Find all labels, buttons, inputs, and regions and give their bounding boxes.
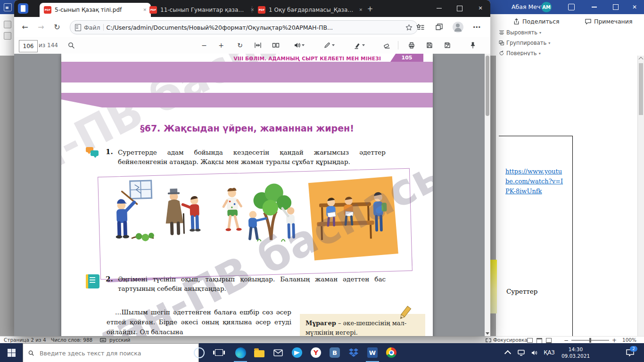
group-button[interactable]: Группировать▾: [499, 40, 550, 46]
rotate-page-button[interactable]: ↻: [233, 40, 247, 51]
taskbar-vk[interactable]: В: [325, 343, 344, 362]
favorites-bar-button[interactable]: [414, 21, 426, 33]
erase-button[interactable]: [380, 40, 394, 51]
scroll-down-button[interactable]: [486, 332, 489, 335]
forward-button[interactable]: →: [35, 21, 47, 33]
edge-maximize-button[interactable]: [450, 0, 470, 16]
collections-button[interactable]: [433, 21, 445, 33]
zoom-percent[interactable]: 100%: [622, 337, 636, 343]
highlight-button[interactable]: [350, 40, 369, 51]
page-number-input[interactable]: [19, 40, 38, 52]
fit-width-icon: [254, 41, 262, 49]
search-input[interactable]: [39, 349, 177, 357]
pdf-scroll-thumb[interactable]: [486, 56, 489, 116]
search-button[interactable]: [64, 40, 78, 51]
tab-close-button[interactable]: ✕: [359, 8, 363, 12]
edge-tab-actions-button[interactable]: [18, 3, 28, 14]
note-term: Мұрагер: [305, 320, 336, 327]
address-bar[interactable]: Файл C:/Users/admin/Documents/Новый%20фо…: [70, 20, 418, 34]
save-button[interactable]: [422, 40, 437, 51]
mail-icon: [273, 349, 283, 356]
tab-3[interactable]: PDF 1 Оқу бағдарламасы_Қазақ тілі ✕: [254, 3, 367, 17]
read-aloud-button[interactable]: [289, 40, 308, 51]
ribbon-display-options-button[interactable]: [562, 0, 581, 14]
format-painter-icon[interactable]: [4, 32, 11, 40]
taskbar-chrome[interactable]: [382, 343, 401, 362]
comments-button[interactable]: Примечания: [585, 18, 632, 25]
word-minimize-button[interactable]: [585, 0, 603, 14]
save-icon[interactable]: [4, 3, 12, 11]
back-button[interactable]: ←: [19, 21, 31, 33]
status-focus[interactable]: Фокусировка: [493, 337, 528, 343]
tray-network-button[interactable]: [515, 343, 527, 362]
scroll-up-icon[interactable]: [639, 57, 644, 62]
edge-window: PDF 5-сынып Қазақ тілі.pdf ✕ PDF 11-сыны…: [14, 0, 490, 336]
action-center-button[interactable]: 2: [620, 343, 639, 362]
clipboard-icon[interactable]: [4, 21, 11, 28]
zoom-slider-thumb[interactable]: [589, 338, 591, 343]
page-view-button[interactable]: [269, 40, 283, 51]
tray-clock[interactable]: 14:3009.03.2021: [559, 343, 592, 362]
zoom-out-button[interactable]: −: [197, 40, 211, 51]
taskbar-edge[interactable]: [231, 343, 250, 362]
dropbox-icon: [349, 348, 358, 357]
taskbar-telegram[interactable]: [288, 343, 306, 362]
draw-button[interactable]: [320, 40, 339, 51]
settings-more-button[interactable]: ⋯: [471, 21, 483, 33]
zoom-in-control[interactable]: +: [612, 337, 617, 344]
cortana-button[interactable]: [190, 343, 208, 362]
tab-active[interactable]: PDF 5-сынып Қазақ тілі.pdf ✕: [40, 3, 151, 17]
tray-language-button[interactable]: ҚАЗ: [541, 343, 557, 362]
comment-icon: [585, 18, 592, 25]
taskbar-yandex[interactable]: Y: [306, 343, 325, 362]
profile-button[interactable]: [452, 21, 464, 33]
share-button[interactable]: Поделиться: [513, 18, 560, 25]
zoom-out-control[interactable]: −: [564, 337, 569, 344]
edge-minimize-button[interactable]: [429, 0, 449, 16]
task-view-button[interactable]: [209, 343, 228, 362]
status-language[interactable]: русский: [109, 337, 130, 343]
tray-volume-button[interactable]: [528, 343, 540, 362]
speech-bubbles-icon: [86, 147, 100, 158]
word-scrollbar[interactable]: [637, 56, 644, 336]
taskbar-search[interactable]: [23, 343, 199, 362]
taskbar-mail[interactable]: [269, 343, 288, 362]
fit-width-button[interactable]: [251, 40, 265, 51]
pdf-viewer-area[interactable]: Арман-ПВ баспасы VIII БӨЛІМ. АДАМНЫҢ СЫР…: [14, 54, 490, 336]
taskbar-file-explorer[interactable]: [250, 343, 269, 362]
url-text[interactable]: C:/Users/admin/Documents/Новый%20формат/…: [107, 24, 403, 31]
align-button[interactable]: Выровнять▾: [499, 29, 541, 36]
lesson-title: §67. Жақсыдан үйрен, жаманнан жирен!: [61, 123, 433, 133]
zoom-slider[interactable]: [571, 340, 609, 341]
taskbar-dropbox[interactable]: [344, 343, 363, 362]
account-avatar[interactable]: АМ: [541, 2, 552, 12]
tray-show-hidden-button[interactable]: [502, 343, 514, 362]
view-read-icon[interactable]: [527, 338, 533, 343]
new-tab-button[interactable]: +: [365, 4, 375, 14]
reload-button[interactable]: ↻: [51, 21, 63, 33]
word-scroll-thumb[interactable]: [639, 63, 643, 115]
pdf-scrollbar[interactable]: [485, 54, 490, 336]
pdf-file-icon: PDF: [258, 6, 265, 14]
status-word-count[interactable]: Число слов: 988: [51, 337, 92, 343]
doc-caption[interactable]: Суреттер: [506, 288, 537, 295]
volume-icon: [531, 350, 538, 356]
taskbar-word[interactable]: W: [363, 343, 382, 362]
word-close-button[interactable]: ✕: [625, 0, 644, 14]
pin-toolbar-button[interactable]: [466, 40, 480, 51]
edge-close-button[interactable]: ✕: [471, 0, 490, 16]
start-button[interactable]: [0, 343, 23, 362]
save-as-button[interactable]: [440, 40, 454, 51]
youtube-hyperlink[interactable]: https://www.youtube.com/watch?v=IPK-8iwU…: [505, 167, 565, 196]
word-restore-button[interactable]: [606, 0, 625, 14]
search-icon: [28, 350, 34, 356]
tree-with-boys: [248, 183, 295, 242]
status-page-indicator[interactable]: Страница 2 из 4: [4, 337, 46, 343]
zoom-in-button[interactable]: +: [214, 40, 228, 51]
print-button[interactable]: [405, 40, 419, 51]
tab-2[interactable]: PDF 11-сынып Гуманитар қазақ тілі ✕: [145, 3, 258, 17]
favorite-star-icon[interactable]: [405, 24, 413, 31]
bubble-teal: [91, 150, 99, 156]
tab-separator: [252, 6, 252, 13]
keyboard-icon: [100, 338, 106, 342]
